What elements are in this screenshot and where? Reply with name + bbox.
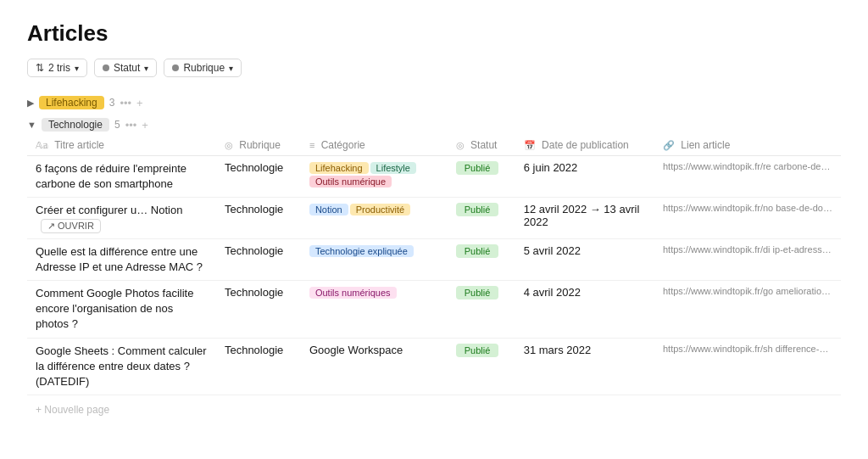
cell-statut: Publié: [448, 338, 515, 395]
status-badge: Publié: [456, 286, 499, 299]
group-actions-technologie[interactable]: ••• +: [125, 119, 148, 132]
cell-categorie: Google Workspace: [301, 338, 448, 395]
open-button[interactable]: ↗ OUVRIR: [41, 219, 101, 233]
cell-statut: Publié: [448, 198, 515, 238]
group-technologie: ▼ Technologie 5 ••• +: [27, 113, 841, 135]
cell-titre: Quelle est la différence entre une Adres…: [27, 238, 216, 280]
articles-table: 𝔸𝕒 Titre article ◎ Rubrique ≡ Catégorie …: [27, 135, 841, 395]
group-toggle-lifehacking[interactable]: ▶: [27, 98, 34, 109]
cell-titre: Google Sheets : Comment calculer la diff…: [27, 338, 216, 395]
circle-icon: ◎: [225, 140, 233, 150]
cell-date: 6 juin 2022: [515, 156, 654, 198]
category-tag: Outils numériques: [309, 287, 397, 299]
table-row: Quelle est la différence entre une Adres…: [27, 238, 841, 280]
table-row: Créer et configurer u… Notion ↗ OUVRIRTe…: [27, 198, 841, 238]
cell-rubrique: Technologie: [216, 338, 301, 395]
table-row: Google Sheets : Comment calculer la diff…: [27, 338, 841, 395]
text-icon: 𝔸𝕒: [36, 140, 48, 150]
statut-filter-button[interactable]: Statut ▾: [94, 59, 157, 77]
cell-statut: Publié: [448, 238, 515, 280]
cell-titre: 6 façons de réduire l'empreinte carbone …: [27, 156, 216, 198]
article-link: https://www.windtopik.fr/no base-de-donn…: [663, 203, 832, 213]
col-header-date: 📅 Date de publication: [515, 135, 654, 156]
status-badge: Publié: [456, 161, 499, 175]
add-icon[interactable]: +: [142, 119, 148, 132]
col-header-rubrique-label: Rubrique: [239, 139, 281, 151]
cell-date: 5 avril 2022: [515, 238, 654, 280]
cell-categorie: Outils numériques: [301, 280, 448, 338]
group-actions-lifehacking[interactable]: ••• +: [120, 97, 142, 109]
circle-icon: [172, 64, 179, 71]
article-title: Comment Google Photos facilite encore l'…: [36, 287, 193, 330]
cell-categorie: LifehackingLifestyleOutils numérique: [301, 156, 448, 198]
col-header-statut: ◎ Statut: [448, 135, 515, 156]
sort-button[interactable]: ⇅ 2 tris ▾: [27, 59, 87, 77]
link-icon: 🔗: [663, 140, 675, 150]
article-link: https://www.windtopik.fr/go amelioration…: [663, 286, 832, 296]
status-badge: Publié: [456, 344, 499, 357]
sort-label: 2 tris: [48, 62, 70, 74]
cell-lien: https://www.windtopik.fr/no base-de-donn…: [654, 198, 841, 238]
sort-icon: ⇅: [36, 62, 44, 74]
lines-icon: ≡: [309, 140, 314, 150]
chevron-down-icon: ▾: [229, 64, 233, 73]
group-count-technologie: 5: [114, 119, 120, 131]
chevron-down-icon: ▾: [144, 64, 148, 73]
category-tag: Lifestyle: [370, 162, 416, 174]
calendar-icon: 📅: [524, 140, 536, 150]
add-icon[interactable]: +: [136, 97, 143, 109]
article-title: Google Sheets : Comment calculer la diff…: [36, 344, 207, 388]
article-link: https://www.windtopik.fr/re carbone-de-s…: [663, 161, 832, 171]
col-header-lien-label: Lien article: [681, 139, 730, 151]
cell-rubrique: Technologie: [216, 280, 301, 338]
toolbar: ⇅ 2 tris ▾ Statut ▾ Rubrique ▾: [27, 59, 841, 77]
category-tag: Lifehacking: [309, 162, 369, 174]
col-header-titre-label: Titre article: [54, 139, 104, 151]
group-label-lifehacking: Lifehacking: [39, 96, 104, 109]
ellipsis-icon: •••: [125, 119, 137, 132]
cell-lien: https://www.windtopik.fr/di ip-et-adress…: [654, 238, 841, 280]
cell-date: 12 avril 2022 → 13 avril 2022: [515, 198, 654, 238]
cell-date: 4 avril 2022: [515, 280, 654, 338]
cell-rubrique: Technologie: [216, 198, 301, 238]
article-title: Quelle est la différence entre une Adres…: [36, 245, 203, 273]
table-row: Comment Google Photos facilite encore l'…: [27, 280, 841, 338]
table-row: 6 façons de réduire l'empreinte carbone …: [27, 156, 841, 198]
category-plain: Google Workspace: [309, 344, 403, 356]
cell-titre: Comment Google Photos facilite encore l'…: [27, 280, 216, 338]
new-page-button[interactable]: + Nouvelle page: [27, 399, 841, 421]
statut-filter-label: Statut: [114, 62, 140, 74]
col-header-rubrique: ◎ Rubrique: [216, 135, 301, 156]
page-title: Articles: [27, 20, 841, 47]
category-tag: Productivité: [350, 204, 410, 216]
article-link: https://www.windtopik.fr/sh difference-e…: [663, 344, 832, 354]
cell-lien: https://www.windtopik.fr/go amelioration…: [654, 280, 841, 338]
status-badge: Publié: [456, 244, 499, 258]
circle-icon: [103, 64, 109, 71]
article-link: https://www.windtopik.fr/di ip-et-adress…: [663, 244, 832, 255]
group-toggle-technologie[interactable]: ▼: [27, 120, 36, 130]
rubrique-filter-label: Rubrique: [183, 62, 225, 74]
article-title: 6 façons de réduire l'empreinte carbone …: [36, 162, 186, 190]
col-header-statut-label: Statut: [470, 139, 497, 151]
category-tag: Outils numérique: [309, 176, 392, 188]
col-header-categorie-label: Catégorie: [321, 139, 365, 151]
cell-categorie: NotionProductivité: [301, 198, 448, 238]
cell-rubrique: Technologie: [216, 238, 301, 280]
col-header-date-label: Date de publication: [542, 139, 629, 151]
new-page-label: + Nouvelle page: [36, 404, 109, 416]
col-header-titre: 𝔸𝕒 Titre article: [27, 135, 216, 156]
cell-titre: Créer et configurer u… Notion ↗ OUVRIR: [27, 198, 216, 238]
rubrique-filter-button[interactable]: Rubrique ▾: [164, 59, 242, 77]
group-label-technologie: Technologie: [42, 118, 109, 132]
status-badge: Publié: [456, 203, 499, 216]
cell-statut: Publié: [448, 280, 515, 338]
category-tag: Technologie expliquée: [309, 245, 414, 257]
ellipsis-icon: •••: [120, 97, 131, 109]
circle-icon: ◎: [456, 140, 465, 150]
group-lifehacking: ▶ Lifehacking 3 ••• +: [27, 91, 841, 113]
cell-statut: Publié: [448, 156, 515, 198]
cell-categorie: Technologie expliquée: [301, 238, 448, 280]
cell-lien: https://www.windtopik.fr/re carbone-de-s…: [654, 156, 841, 198]
cell-date: 31 mars 2022: [515, 338, 654, 395]
